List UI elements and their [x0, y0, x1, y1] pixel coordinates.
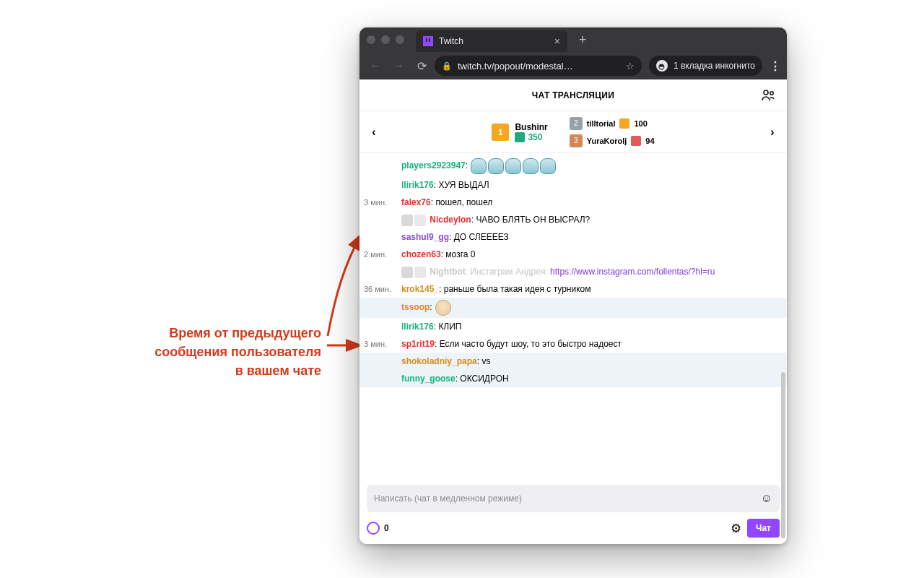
twitch-favicon	[423, 36, 433, 46]
reload-button[interactable]: ⟳	[411, 56, 432, 76]
emote-picker-icon[interactable]: ☺	[761, 492, 772, 505]
message-body: sashul9_gg: ДО СЛЕЕЕЕЗ	[401, 230, 781, 243]
chat-settings-icon[interactable]: ⚙	[731, 521, 741, 536]
annotation-label: Время от предыдущего сообщения пользоват…	[126, 324, 321, 380]
forward-button[interactable]: →	[388, 56, 409, 76]
message-username[interactable]: players2923947	[401, 160, 466, 171]
page-content: ЧАТ ТРАНСЛЯЦИИ ‹ 1 Bushinr 350	[359, 79, 787, 544]
message-text: ЧАВО БЛЯТЬ ОН ВЫСРАЛ?	[476, 215, 590, 225]
message-body: falex76: пошел, пошел	[401, 196, 781, 209]
message-separator: :	[439, 284, 444, 294]
back-button[interactable]: ←	[365, 56, 385, 76]
message-body: Nightbot: Инстаграм Андрея: https://www.…	[401, 265, 781, 278]
message-username[interactable]: sashul9_gg	[401, 232, 449, 242]
message-username[interactable]: tssoop	[401, 302, 430, 312]
new-tab-button[interactable]: +	[579, 33, 587, 48]
message-body: shokoladniy_papa: vs	[401, 355, 781, 368]
incognito-indicator[interactable]: ◓ 1 вкладка инкогнито	[649, 56, 762, 76]
message-text: ДО СЛЕЕЕЕЗ	[454, 232, 509, 242]
message-body: players2923947:	[401, 158, 781, 174]
channel-points-button[interactable]: 0	[367, 522, 389, 535]
minimize-window-icon[interactable]	[381, 35, 390, 44]
leader-first-name: Bushinr	[515, 122, 547, 132]
chat-header: ЧАТ ТРАНСЛЯЦИИ	[359, 79, 787, 111]
bookmark-star-icon[interactable]: ☆	[626, 61, 635, 72]
gift-icon	[515, 132, 525, 142]
user-badge-icon	[414, 267, 426, 278]
leader-first[interactable]: 1 Bushinr 350	[492, 122, 547, 142]
send-button[interactable]: Чат	[747, 519, 780, 538]
message-timestamp	[364, 178, 401, 191]
message-username[interactable]: krok145_	[401, 284, 439, 294]
squid-emote-icon	[488, 158, 504, 174]
message-body: funny_goose: ОКСИДРОН	[401, 372, 781, 385]
message-timestamp	[364, 320, 401, 333]
message-timestamp	[364, 265, 401, 278]
browser-toolbar: ← → ⟳ 🔒 twitch.tv/popout/modestal… ☆ ◓ 1…	[359, 52, 787, 79]
chat-input-placeholder: Написать (чат в медленном режиме)	[374, 493, 522, 504]
chat-message: funny_goose: ОКСИДРОН	[359, 370, 787, 387]
tab-close-icon[interactable]: ×	[554, 35, 560, 47]
message-text: раньше была такая идея с турником	[444, 284, 591, 294]
message-username[interactable]: falex76	[401, 197, 431, 207]
message-body: llirik176: КЛИП	[401, 320, 781, 333]
chat-users-button[interactable]	[758, 85, 778, 105]
leader-second[interactable]: 2 tilltorial 100	[570, 117, 655, 130]
squid-emote-icon	[540, 158, 556, 174]
message-username[interactable]: llirik176	[401, 322, 434, 332]
chat-message: tssoop:	[359, 298, 787, 318]
message-timestamp: 36 мин.	[364, 282, 401, 296]
message-username[interactable]: chozen63	[401, 249, 441, 259]
chat-message: 3 мин.falex76: пошел, пошел	[359, 194, 787, 211]
leader-second-name: tilltorial	[587, 119, 616, 128]
gift-icon	[631, 136, 641, 146]
message-timestamp	[364, 213, 401, 226]
browser-menu-button[interactable]: ⋮	[770, 59, 781, 73]
maximize-window-icon[interactable]	[396, 35, 404, 44]
message-timestamp	[364, 300, 401, 316]
channel-points-count: 0	[384, 523, 389, 533]
message-separator: :	[449, 232, 454, 242]
browser-tab[interactable]: Twitch ×	[416, 30, 567, 52]
message-body: chozen63: мозга 0	[401, 248, 781, 261]
chat-input[interactable]: Написать (чат в медленном режиме) ☺	[367, 485, 780, 512]
leader-third-count: 94	[645, 137, 654, 145]
chat-footer: 0 ⚙ Чат	[359, 512, 787, 544]
message-timestamp: 2 мин.	[364, 248, 401, 261]
message-text: ОКСИДРОН	[460, 374, 508, 384]
message-username[interactable]: shokoladniy_papa	[401, 356, 477, 366]
chat-message: llirik176: КЛИП	[359, 318, 787, 335]
users-icon	[761, 88, 775, 103]
message-body: Nicdeylon: ЧАВО БЛЯТЬ ОН ВЫСРАЛ?	[401, 213, 781, 226]
leader-third[interactable]: 3 YuraKorolj 94	[570, 134, 655, 147]
svg-point-0	[764, 90, 768, 95]
chat-messages[interactable]: players2923947: llirik176: ХУЯ ВЫДАЛ3 ми…	[359, 153, 787, 479]
chat-message: llirik176: ХУЯ ВЫДАЛ	[359, 176, 787, 194]
scrollbar-thumb[interactable]	[781, 372, 785, 538]
channel-points-icon	[367, 522, 380, 535]
traffic-lights[interactable]	[367, 35, 404, 44]
url-bar[interactable]: 🔒 twitch.tv/popout/modestal… ☆	[435, 56, 642, 76]
user-badge-icon	[401, 215, 413, 226]
chat-message: 3 мин.sp1rit19: Если часто будут шоу, то…	[359, 335, 787, 353]
leaders-next-button[interactable]: ›	[764, 124, 781, 141]
tab-title: Twitch	[439, 36, 463, 46]
message-username[interactable]: funny_goose	[401, 374, 456, 384]
message-body: sp1rit19: Если часто будут шоу, то это б…	[401, 337, 781, 350]
face-emote-icon	[435, 300, 451, 316]
squid-emote-icon	[471, 158, 487, 174]
message-timestamp	[364, 372, 401, 385]
message-text: vs	[481, 356, 490, 366]
message-username[interactable]: Nicdeylon	[430, 215, 471, 225]
chat-message: shokoladniy_papa: vs	[359, 353, 787, 370]
leaders-prev-button[interactable]: ‹	[365, 124, 383, 141]
leader-second-count: 100	[634, 119, 647, 128]
message-username[interactable]: Nightbot	[430, 267, 465, 277]
close-window-icon[interactable]	[367, 35, 375, 44]
message-username[interactable]: sp1rit19	[401, 339, 435, 349]
leader-first-count: 350	[528, 132, 542, 142]
message-timestamp: 3 мин.	[364, 196, 401, 209]
message-username[interactable]: llirik176	[401, 180, 434, 190]
message-timestamp	[364, 230, 401, 243]
message-link[interactable]: https://www.instagram.com/follentas/?hl=…	[550, 267, 715, 277]
